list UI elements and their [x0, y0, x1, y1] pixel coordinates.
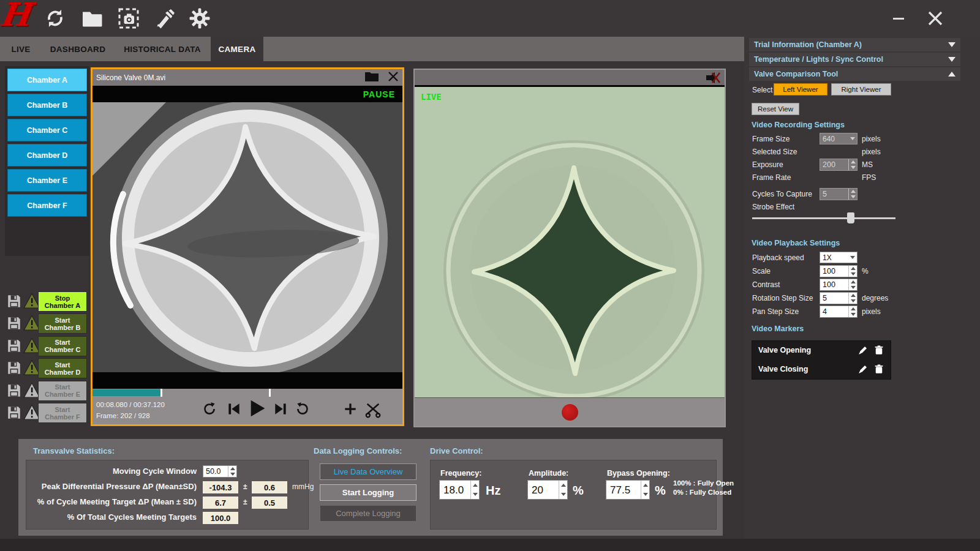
- amplitude-spinner[interactable]: 20: [527, 480, 568, 500]
- close-window-button[interactable]: [922, 7, 949, 29]
- chamber-f-button[interactable]: Chamber F: [7, 194, 87, 217]
- replay-icon[interactable]: [295, 401, 311, 419]
- marker-row-valve-closing[interactable]: Valve Closing: [752, 360, 891, 379]
- left-viewer-button[interactable]: Left Viewer: [774, 83, 827, 96]
- left-player-controls: 00:08.080 / 00:37.120 Frame: 202 / 928: [92, 397, 402, 424]
- left-player-video-frame[interactable]: [92, 102, 402, 372]
- camera-muted-icon[interactable]: [705, 71, 721, 87]
- bottom-panel: Transvalve Statistics: Moving Cycle Wind…: [18, 439, 723, 536]
- cycles-to-capture-label: Cycles To Capture: [752, 190, 812, 198]
- save-floppy-icon[interactable]: [6, 315, 22, 334]
- start-chamber-b-button[interactable]: StartChamber B: [38, 313, 87, 334]
- start-logging-button[interactable]: Start Logging: [320, 484, 417, 501]
- reset-view-button[interactable]: Reset View: [752, 103, 799, 115]
- frame-size-dropdown[interactable]: 640: [820, 133, 858, 144]
- tab-dashboard[interactable]: DASHBOARD: [40, 37, 115, 61]
- live-status: LIVE: [421, 92, 442, 102]
- chamber-b-button[interactable]: Chamber B: [7, 94, 87, 116]
- delete-trash-icon[interactable]: [873, 345, 886, 357]
- exposure-spinner[interactable]: 200: [820, 159, 858, 171]
- pan-step-spinner[interactable]: 4: [820, 305, 858, 318]
- frequency-spinner[interactable]: 18.0: [439, 480, 480, 500]
- delete-trash-icon[interactable]: [873, 364, 886, 376]
- amplitude-unit: %: [573, 484, 584, 498]
- temperature-lights-sync-title: Temperature / Lights / Sync Control: [754, 55, 883, 64]
- recorded-valve-image: [92, 102, 402, 372]
- start-chamber-d-button[interactable]: StartChamber D: [38, 358, 87, 378]
- rotation-step-spinner[interactable]: 5: [820, 292, 858, 304]
- screenshot-icon[interactable]: [116, 6, 141, 31]
- select-label: Select: [752, 86, 772, 94]
- live-data-overview-button[interactable]: Live Data Overview: [320, 463, 417, 480]
- scale-spinner[interactable]: 100: [820, 265, 858, 277]
- trim-scissors-icon[interactable]: [364, 401, 382, 421]
- sync-icon[interactable]: [43, 6, 67, 31]
- record-button[interactable]: [562, 404, 578, 421]
- add-marker-icon[interactable]: [342, 401, 358, 419]
- skip-end-icon[interactable]: [273, 401, 288, 419]
- moving-cycle-window-spinner[interactable]: 50.0: [203, 465, 237, 478]
- playhead-marker[interactable]: [160, 389, 162, 397]
- live-video-frame[interactable]: LIVE: [415, 87, 725, 397]
- right-viewer-button[interactable]: Right Viewer: [831, 83, 891, 96]
- video-timeline[interactable]: [92, 389, 402, 397]
- skip-start-icon[interactable]: [226, 401, 242, 419]
- save-floppy-icon[interactable]: [6, 405, 22, 423]
- exposure-label: Exposure: [752, 160, 783, 169]
- strobe-effect-slider[interactable]: [752, 217, 895, 219]
- tab-live[interactable]: LIVE: [4, 37, 38, 61]
- stop-chamber-a-button[interactable]: StopChamber A: [38, 291, 87, 312]
- settings-gear-icon[interactable]: [187, 6, 212, 31]
- frame-size-unit: pixels: [862, 135, 881, 143]
- bypass-unit: %: [655, 484, 666, 498]
- section-trial-information[interactable]: Trial Information (Chamber A): [749, 38, 960, 51]
- app-logo-icon[interactable]: H: [0, 0, 34, 32]
- chamber-a-button[interactable]: Chamber A: [7, 69, 87, 91]
- complete-logging-button[interactable]: Complete Logging: [320, 505, 417, 522]
- chamber-e-button[interactable]: Chamber E: [7, 169, 87, 192]
- frame-rate-label: Frame Rate: [752, 173, 791, 182]
- open-folder-icon[interactable]: [80, 6, 104, 31]
- loop-icon[interactable]: [202, 401, 217, 419]
- save-floppy-icon[interactable]: [6, 383, 22, 401]
- chamber-d-button[interactable]: Chamber D: [7, 144, 87, 167]
- close-video-icon[interactable]: [388, 71, 399, 84]
- right-video-player: LIVE: [413, 69, 726, 427]
- save-floppy-icon[interactable]: [6, 360, 22, 378]
- chevron-down-icon[interactable]: [948, 42, 956, 47]
- bypass-spinner[interactable]: 77.5: [606, 480, 650, 500]
- contrast-spinner[interactable]: 100: [820, 279, 858, 291]
- frame-rate-unit: FPS: [862, 173, 876, 182]
- video-marker-tick[interactable]: [269, 389, 271, 397]
- timeline-progress: [92, 389, 160, 396]
- strobe-slider-thumb[interactable]: [847, 212, 854, 223]
- minimize-button[interactable]: [885, 7, 912, 29]
- pct-cycle-label: % of Cycle Meeting Target ΔP (Mean ± SD): [37, 497, 197, 506]
- section-temperature-lights-sync[interactable]: Temperature / Lights / Sync Control: [749, 53, 960, 66]
- chamber-c-button[interactable]: Chamber C: [7, 119, 87, 141]
- plus-minus-sign: ±: [243, 498, 247, 506]
- chevron-down-icon[interactable]: [948, 57, 956, 62]
- marker-row-valve-opening[interactable]: Valve Opening: [752, 341, 891, 360]
- save-floppy-icon[interactable]: [6, 293, 22, 312]
- tools-icon[interactable]: [153, 6, 178, 31]
- start-chamber-c-button[interactable]: StartChamber C: [38, 336, 87, 356]
- tab-strip: LIVE DASHBOARD HISTORICAL DATA CAMERA: [0, 37, 744, 61]
- chevron-up-icon[interactable]: [948, 72, 956, 77]
- start-chamber-e-button[interactable]: StartChamber E: [38, 381, 87, 401]
- start-chamber-f-button[interactable]: StartChamber F: [38, 403, 87, 423]
- tab-historical-data[interactable]: HISTORICAL DATA: [116, 37, 208, 61]
- edit-pencil-icon[interactable]: [858, 345, 870, 357]
- section-valve-comparison-tool[interactable]: Valve Comparison Tool: [749, 67, 960, 81]
- cycles-to-capture-spinner[interactable]: 5: [820, 188, 858, 200]
- edit-pencil-icon[interactable]: [858, 364, 870, 376]
- chamber-selector: Chamber A Chamber B Chamber C Chamber D …: [5, 66, 89, 256]
- tab-camera[interactable]: CAMERA: [211, 37, 263, 61]
- marker-label: Valve Closing: [758, 365, 808, 373]
- open-video-icon[interactable]: [364, 71, 379, 84]
- playback-speed-dropdown[interactable]: 1X: [820, 252, 858, 263]
- save-floppy-icon[interactable]: [6, 338, 22, 356]
- transvalve-stats-box: Moving Cycle Window 50.0 Peak Differenti…: [26, 460, 309, 530]
- left-video-player: Silicone Valve 0M.avi PAUSE: [91, 67, 404, 426]
- play-icon[interactable]: [247, 399, 266, 421]
